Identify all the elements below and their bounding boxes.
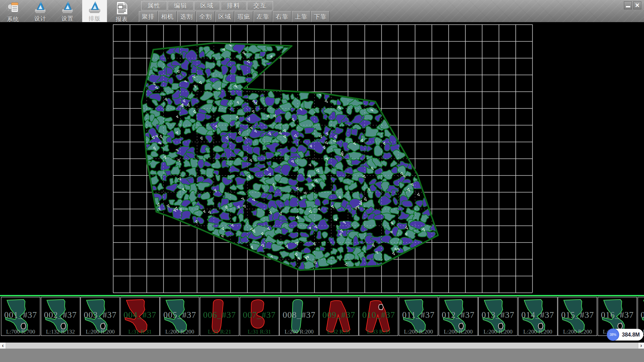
tool-button-右靠[interactable]: 右靠: [273, 11, 291, 22]
tool-button-左靠[interactable]: 左靠: [254, 11, 272, 22]
menu-tab-属性[interactable]: 属性: [141, 1, 167, 10]
piece-thumbnail-007_#37[interactable]: 007_#37L:31 R:31: [240, 297, 279, 336]
piece-thumbnail-003_#37[interactable]: 003_#37L:200 R:200: [80, 297, 120, 336]
menu-tab-排料[interactable]: 排料: [221, 1, 247, 10]
tool-button-上靠[interactable]: 上靠: [292, 11, 311, 22]
piece-lr-label: L:700 R:700: [1, 328, 40, 335]
piece-id-label: 008_#37: [280, 310, 318, 320]
piece-thumbnail-005_#37[interactable]: 005_#37L:200 R:200: [160, 297, 199, 336]
piece-id-label: 015_#37: [558, 310, 597, 320]
nesting-workspace-canvas[interactable]: [0, 22, 644, 295]
tool-button-选割[interactable]: 选割: [177, 11, 196, 22]
minimize-icon: [626, 6, 630, 7]
scroll-right-button[interactable]: ›: [638, 343, 644, 349]
piece-id-label: 001_#37: [1, 310, 40, 320]
app-button-排版[interactable]: 排版: [82, 0, 107, 22]
app-button-系统[interactable]: 系统: [1, 0, 25, 22]
ruler-icon: [60, 1, 75, 14]
ruler-icon: [33, 1, 48, 14]
piece-thumbnail-013_#37[interactable]: 013_#37L:200 R:200: [478, 297, 518, 336]
piece-id-label: 012_#37: [439, 310, 478, 320]
tool-button-聚排[interactable]: 聚排: [139, 11, 158, 22]
app-button-label: 排版: [89, 15, 101, 22]
piece-thumbnail-002_#37[interactable]: 002_#37L:132 R:132: [41, 297, 80, 336]
piece-id-label: 013_#37: [479, 310, 517, 320]
piece-id-label: 011_#37: [399, 310, 438, 320]
piece-id-label: 017_#37: [638, 310, 644, 320]
menu-tab-编辑[interactable]: 编辑: [168, 1, 194, 10]
app-button-设计[interactable]: 设计: [28, 0, 53, 22]
menu-tab-row: 属性编辑区域排料交互: [141, 1, 273, 10]
piece-lr-label: L:200 R:200: [558, 328, 597, 335]
piece-thumbnail-006_#37[interactable]: 006_#37L:21 R:21: [200, 297, 239, 336]
titlebar: 系统设计设置排版报表 属性编辑区域排料交互 聚排相机选割全割区域瑕疵左靠右靠上靠…: [0, 0, 644, 22]
minimize-button[interactable]: [624, 1, 632, 9]
piece-thumbnail-001_#37[interactable]: 001_#37L:700 R:700: [1, 297, 40, 336]
tool-button-相机[interactable]: 相机: [158, 11, 177, 22]
scroll-left-button[interactable]: ‹: [0, 343, 6, 349]
piece-id-label: 009_#37: [320, 310, 358, 320]
piece-lr-label: L:200 R:200: [519, 328, 557, 335]
menu-tab-交互[interactable]: 交互: [247, 1, 273, 10]
piece-lr-label: L:200 R:200: [439, 328, 478, 335]
app-button-label: 报表: [116, 15, 128, 22]
piece-id-label: 006_#37: [200, 310, 239, 320]
tool-button-瑕疵[interactable]: 瑕疵: [234, 11, 253, 22]
piece-lr-label: L:32 R:31: [320, 328, 358, 335]
piece-thumbnail-015_#37[interactable]: 015_#37L:200 R:200: [558, 297, 597, 336]
piece-id-label: 003_#37: [81, 310, 119, 320]
piece-lr-label: L:31 R:31: [121, 328, 159, 335]
app-button-label: 系统: [7, 15, 19, 22]
app-button-报表[interactable]: 报表: [109, 0, 134, 22]
piece-thumbnail-strip: 001_#37L:700 R:700002_#37L:132 R:132003_…: [0, 296, 644, 337]
app-button-label: 设置: [61, 15, 73, 22]
window-controls: ×: [624, 1, 641, 9]
menu-tab-区域[interactable]: 区域: [194, 1, 220, 10]
piece-lr-label: L:21 R:21: [200, 328, 239, 335]
report-icon: [114, 1, 129, 15]
piece-lr-label: L:200 R:200: [160, 328, 199, 335]
piece-lr-label: L:200 R:200: [280, 328, 318, 335]
piece-id-label: 004_#37: [121, 310, 159, 320]
system-gear-icon: [5, 1, 21, 15]
app-button-label: 设计: [34, 15, 46, 22]
memory-status-pill: 38% 384.8M: [608, 329, 643, 341]
piece-lr-label: L:132 R:132: [41, 328, 80, 335]
piece-id-label: 002_#37: [41, 310, 80, 320]
app-button-设置[interactable]: 设置: [55, 0, 80, 22]
piece-lr-label: L:31 R:31: [240, 328, 279, 335]
ruler-icon: [87, 1, 102, 14]
memory-value: 384.8M: [622, 332, 640, 338]
close-button[interactable]: ×: [633, 1, 641, 9]
horizontal-scrollbar[interactable]: ‹ ›: [0, 343, 644, 349]
piece-id-label: 005_#37: [160, 310, 199, 320]
piece-id-label: 016_#37: [598, 310, 637, 320]
piece-lr-label: L:200 R:200: [479, 328, 517, 335]
piece-thumbnail-011_#37[interactable]: 011_#37L:200 R:200: [399, 297, 438, 336]
piece-id-label: 007_#37: [240, 310, 279, 320]
tool-button-全割[interactable]: 全割: [196, 11, 215, 22]
tool-button-区域[interactable]: 区域: [215, 11, 234, 22]
piece-id-label: 014_#37: [519, 310, 557, 320]
main-app-buttons: 系统设计设置排版报表: [1, 0, 134, 22]
piece-thumbnail-008_#37[interactable]: 008_#37L:200 R:200: [279, 297, 319, 336]
piece-thumbnail-004_#37[interactable]: 004_#37L:31 R:31: [120, 297, 160, 336]
footer-bar: [0, 349, 644, 362]
piece-lr-label: L:200 R:200: [399, 328, 438, 335]
piece-lr-label: L:33 R:33: [359, 328, 398, 335]
piece-thumbnail-010_#37[interactable]: 010_#37L:33 R:33: [359, 297, 398, 336]
progress-percent-badge: 38%: [607, 328, 619, 341]
piece-thumbnail-012_#37[interactable]: 012_#37L:200 R:200: [439, 297, 478, 336]
nesting-app-window: 系统设计设置排版报表 属性编辑区域排料交互 聚排相机选割全割区域瑕疵左靠右靠上靠…: [0, 0, 644, 362]
piece-lr-label: L:200 R:200: [81, 328, 119, 335]
piece-thumbnail-014_#37[interactable]: 014_#37L:200 R:200: [518, 297, 557, 336]
piece-thumbnail-009_#37[interactable]: 009_#37L:32 R:31: [319, 297, 359, 336]
tool-button-row: 聚排相机选割全割区域瑕疵左靠右靠上靠下靠: [139, 11, 330, 22]
piece-id-label: 010_#37: [359, 310, 398, 320]
tool-button-下靠[interactable]: 下靠: [311, 11, 330, 22]
